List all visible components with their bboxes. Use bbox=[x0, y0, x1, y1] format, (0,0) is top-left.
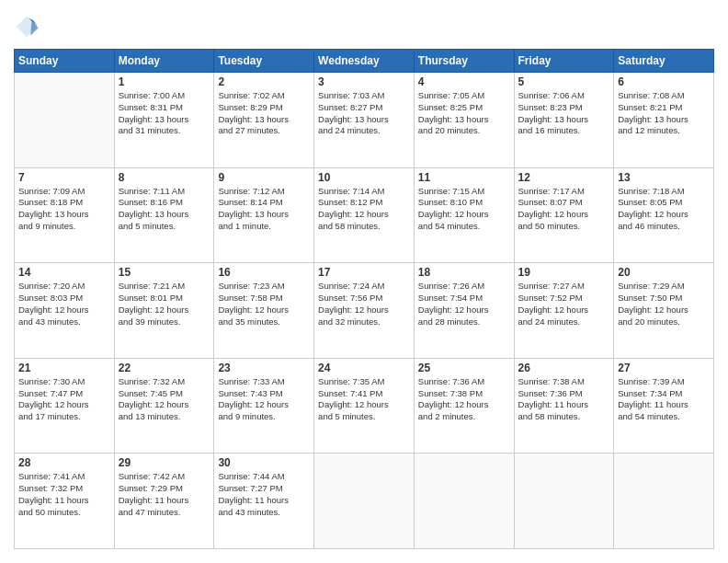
calendar-cell bbox=[15, 73, 115, 168]
day-header-wednesday: Wednesday bbox=[314, 50, 415, 73]
day-number: 28 bbox=[18, 456, 110, 469]
cell-info: Sunrise: 7:27 AM Sunset: 7:52 PM Dayligh… bbox=[518, 281, 610, 327]
cell-info: Sunrise: 7:36 AM Sunset: 7:38 PM Dayligh… bbox=[418, 376, 510, 423]
day-number: 29 bbox=[119, 456, 210, 469]
calendar-cell: 20Sunrise: 7:29 AM Sunset: 7:50 PM Dayli… bbox=[614, 263, 714, 359]
calendar-cell: 14Sunrise: 7:20 AM Sunset: 8:03 PM Dayli… bbox=[15, 263, 115, 359]
day-number: 14 bbox=[18, 266, 110, 279]
calendar-cell: 19Sunrise: 7:27 AM Sunset: 7:52 PM Dayli… bbox=[514, 263, 614, 359]
day-number: 2 bbox=[218, 75, 310, 88]
calendar-table: SundayMondayTuesdayWednesdayThursdayFrid… bbox=[14, 49, 714, 549]
svg-marker-1 bbox=[30, 19, 38, 36]
day-number: 26 bbox=[518, 362, 610, 374]
day-number: 18 bbox=[418, 266, 510, 279]
day-number: 12 bbox=[518, 171, 610, 184]
calendar-cell: 27Sunrise: 7:39 AM Sunset: 7:34 PM Dayli… bbox=[614, 358, 714, 454]
day-number: 13 bbox=[618, 171, 710, 184]
logo bbox=[14, 14, 41, 40]
cell-info: Sunrise: 7:17 AM Sunset: 8:07 PM Dayligh… bbox=[518, 186, 610, 233]
cell-info: Sunrise: 7:23 AM Sunset: 7:58 PM Dayligh… bbox=[218, 281, 310, 327]
calendar-cell: 17Sunrise: 7:24 AM Sunset: 7:56 PM Dayli… bbox=[314, 263, 415, 359]
calendar-cell: 16Sunrise: 7:23 AM Sunset: 7:58 PM Dayli… bbox=[214, 263, 314, 359]
calendar-cell: 1Sunrise: 7:00 AM Sunset: 8:31 PM Daylig… bbox=[114, 73, 214, 168]
calendar-cell: 26Sunrise: 7:38 AM Sunset: 7:36 PM Dayli… bbox=[514, 358, 614, 454]
cell-info: Sunrise: 7:29 AM Sunset: 7:50 PM Dayligh… bbox=[618, 281, 710, 327]
calendar-cell: 5Sunrise: 7:06 AM Sunset: 8:23 PM Daylig… bbox=[514, 73, 614, 168]
cell-info: Sunrise: 7:41 AM Sunset: 7:32 PM Dayligh… bbox=[18, 471, 110, 518]
day-number: 5 bbox=[518, 75, 610, 88]
calendar-cell: 9Sunrise: 7:12 AM Sunset: 8:14 PM Daylig… bbox=[214, 167, 314, 263]
calendar-cell: 25Sunrise: 7:36 AM Sunset: 7:38 PM Dayli… bbox=[414, 358, 514, 454]
logo-icon bbox=[14, 14, 40, 40]
day-number: 15 bbox=[119, 266, 210, 279]
cell-info: Sunrise: 7:18 AM Sunset: 8:05 PM Dayligh… bbox=[618, 186, 710, 233]
cell-info: Sunrise: 7:33 AM Sunset: 7:43 PM Dayligh… bbox=[218, 376, 310, 423]
calendar-cell: 12Sunrise: 7:17 AM Sunset: 8:07 PM Dayli… bbox=[514, 167, 614, 263]
cell-info: Sunrise: 7:35 AM Sunset: 7:41 PM Dayligh… bbox=[318, 376, 410, 423]
calendar-week-4: 28Sunrise: 7:41 AM Sunset: 7:32 PM Dayli… bbox=[15, 454, 714, 549]
calendar-cell: 7Sunrise: 7:09 AM Sunset: 8:18 PM Daylig… bbox=[15, 167, 115, 263]
calendar-cell: 11Sunrise: 7:15 AM Sunset: 8:10 PM Dayli… bbox=[414, 167, 514, 263]
day-number: 1 bbox=[119, 75, 210, 88]
day-number: 27 bbox=[618, 362, 710, 374]
calendar-cell: 8Sunrise: 7:11 AM Sunset: 8:16 PM Daylig… bbox=[114, 167, 214, 263]
day-number: 24 bbox=[318, 362, 410, 374]
day-number: 22 bbox=[119, 362, 210, 374]
calendar-cell: 6Sunrise: 7:08 AM Sunset: 8:21 PM Daylig… bbox=[614, 73, 714, 168]
day-number: 4 bbox=[418, 75, 510, 88]
day-number: 21 bbox=[18, 362, 110, 374]
calendar-cell: 10Sunrise: 7:14 AM Sunset: 8:12 PM Dayli… bbox=[314, 167, 415, 263]
cell-info: Sunrise: 7:02 AM Sunset: 8:29 PM Dayligh… bbox=[218, 90, 310, 137]
calendar-cell: 24Sunrise: 7:35 AM Sunset: 7:41 PM Dayli… bbox=[314, 358, 415, 454]
calendar-cell bbox=[514, 454, 614, 549]
calendar-week-2: 14Sunrise: 7:20 AM Sunset: 8:03 PM Dayli… bbox=[15, 263, 714, 359]
header bbox=[14, 14, 714, 40]
day-number: 20 bbox=[618, 266, 710, 279]
calendar-cell: 13Sunrise: 7:18 AM Sunset: 8:05 PM Dayli… bbox=[614, 167, 714, 263]
day-number: 7 bbox=[18, 171, 110, 184]
day-header-thursday: Thursday bbox=[414, 50, 514, 73]
calendar-cell: 29Sunrise: 7:42 AM Sunset: 7:29 PM Dayli… bbox=[114, 454, 214, 549]
cell-info: Sunrise: 7:24 AM Sunset: 7:56 PM Dayligh… bbox=[318, 281, 410, 327]
calendar-cell: 4Sunrise: 7:05 AM Sunset: 8:25 PM Daylig… bbox=[414, 73, 514, 168]
day-number: 23 bbox=[218, 362, 310, 374]
calendar-cell: 18Sunrise: 7:26 AM Sunset: 7:54 PM Dayli… bbox=[414, 263, 514, 359]
cell-info: Sunrise: 7:12 AM Sunset: 8:14 PM Dayligh… bbox=[218, 186, 310, 233]
day-number: 30 bbox=[218, 456, 310, 469]
day-number: 19 bbox=[518, 266, 610, 279]
calendar-cell: 2Sunrise: 7:02 AM Sunset: 8:29 PM Daylig… bbox=[214, 73, 314, 168]
cell-info: Sunrise: 7:20 AM Sunset: 8:03 PM Dayligh… bbox=[18, 281, 110, 327]
cell-info: Sunrise: 7:09 AM Sunset: 8:18 PM Dayligh… bbox=[18, 186, 110, 233]
calendar-cell: 15Sunrise: 7:21 AM Sunset: 8:01 PM Dayli… bbox=[114, 263, 214, 359]
calendar-cell: 21Sunrise: 7:30 AM Sunset: 7:47 PM Dayli… bbox=[15, 358, 115, 454]
cell-info: Sunrise: 7:11 AM Sunset: 8:16 PM Dayligh… bbox=[119, 186, 210, 233]
day-number: 11 bbox=[418, 171, 510, 184]
calendar-week-1: 7Sunrise: 7:09 AM Sunset: 8:18 PM Daylig… bbox=[15, 167, 714, 263]
cell-info: Sunrise: 7:39 AM Sunset: 7:34 PM Dayligh… bbox=[618, 376, 710, 423]
cell-info: Sunrise: 7:44 AM Sunset: 7:27 PM Dayligh… bbox=[218, 471, 310, 518]
calendar-cell: 30Sunrise: 7:44 AM Sunset: 7:27 PM Dayli… bbox=[214, 454, 314, 549]
day-number: 16 bbox=[218, 266, 310, 279]
cell-info: Sunrise: 7:05 AM Sunset: 8:25 PM Dayligh… bbox=[418, 90, 510, 137]
cell-info: Sunrise: 7:14 AM Sunset: 8:12 PM Dayligh… bbox=[318, 186, 410, 233]
calendar-cell: 23Sunrise: 7:33 AM Sunset: 7:43 PM Dayli… bbox=[214, 358, 314, 454]
calendar-week-3: 21Sunrise: 7:30 AM Sunset: 7:47 PM Dayli… bbox=[15, 358, 714, 454]
cell-info: Sunrise: 7:38 AM Sunset: 7:36 PM Dayligh… bbox=[518, 376, 610, 423]
calendar-cell: 22Sunrise: 7:32 AM Sunset: 7:45 PM Dayli… bbox=[114, 358, 214, 454]
day-number: 17 bbox=[318, 266, 410, 279]
day-number: 3 bbox=[318, 75, 410, 88]
calendar-cell: 3Sunrise: 7:03 AM Sunset: 8:27 PM Daylig… bbox=[314, 73, 415, 168]
cell-info: Sunrise: 7:21 AM Sunset: 8:01 PM Dayligh… bbox=[119, 281, 210, 327]
cell-info: Sunrise: 7:15 AM Sunset: 8:10 PM Dayligh… bbox=[418, 186, 510, 233]
cell-info: Sunrise: 7:42 AM Sunset: 7:29 PM Dayligh… bbox=[119, 471, 210, 518]
calendar-header-row: SundayMondayTuesdayWednesdayThursdayFrid… bbox=[15, 50, 714, 73]
day-header-saturday: Saturday bbox=[614, 50, 714, 73]
cell-info: Sunrise: 7:32 AM Sunset: 7:45 PM Dayligh… bbox=[119, 376, 210, 423]
day-header-friday: Friday bbox=[514, 50, 614, 73]
cell-info: Sunrise: 7:06 AM Sunset: 8:23 PM Dayligh… bbox=[518, 90, 610, 137]
calendar-cell bbox=[614, 454, 714, 549]
calendar-cell: 28Sunrise: 7:41 AM Sunset: 7:32 PM Dayli… bbox=[15, 454, 115, 549]
calendar-cell bbox=[314, 454, 415, 549]
cell-info: Sunrise: 7:26 AM Sunset: 7:54 PM Dayligh… bbox=[418, 281, 510, 327]
cell-info: Sunrise: 7:30 AM Sunset: 7:47 PM Dayligh… bbox=[18, 376, 110, 423]
